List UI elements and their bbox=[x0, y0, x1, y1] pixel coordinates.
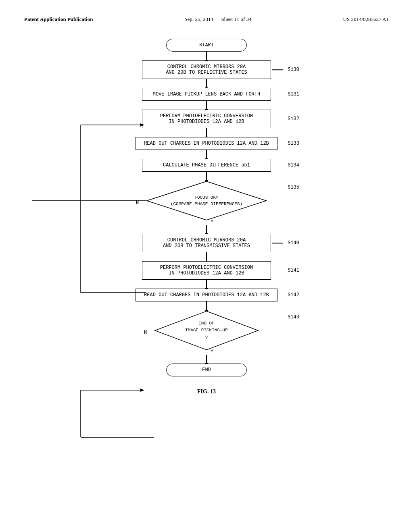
end-node-container: END bbox=[24, 364, 389, 376]
arrow-s131-s132 bbox=[206, 101, 207, 110]
start-node-container: START bbox=[24, 39, 389, 52]
s143-diamond: END OFIMAGE PICKING-UP? bbox=[154, 310, 259, 351]
s133-node: READ OUT CHARGES IN PHOTODIODES 12A AND … bbox=[136, 137, 277, 150]
s142-node: READ OUT CHARGES IN PHOTODIODES 12A AND … bbox=[136, 289, 277, 301]
s135-label: S135 bbox=[288, 185, 299, 190]
s143-n-label: N bbox=[144, 330, 147, 335]
s140-rect-wrap: CONTROL CHROMIC MIRRORS 20AAND 20B TO TR… bbox=[142, 234, 271, 252]
s130-label: S130 bbox=[288, 67, 299, 73]
s133-row: S133 READ OUT CHARGES IN PHOTODIODES 12A… bbox=[24, 137, 389, 150]
header-patent-number: US 2014/0285627 A1 bbox=[343, 16, 389, 23]
s134-label: S134 bbox=[288, 162, 299, 168]
arrow-s132-s133 bbox=[206, 128, 207, 137]
page: Patent Application Publication Sep. 25, … bbox=[0, 0, 413, 532]
arrow-s141-s142 bbox=[206, 280, 207, 289]
arrow-s134-s135 bbox=[206, 172, 207, 181]
s143-text: END OFIMAGE PICKING-UP? bbox=[185, 320, 228, 341]
s134-row: S134 CALCULATE PHASE DIFFERENCE ab1 bbox=[24, 159, 389, 172]
s132-label: S132 bbox=[288, 116, 299, 122]
s134-node: CALCULATE PHASE DIFFERENCE ab1 bbox=[142, 159, 271, 172]
s141-label: S141 bbox=[288, 268, 299, 273]
s132-node: PERFORM PHOTOELECTRIC CONVERSIONIN PHOTO… bbox=[142, 110, 271, 128]
s130-right-tick bbox=[272, 69, 283, 70]
end-node: END bbox=[166, 364, 247, 376]
page-header: Patent Application Publication Sep. 25, … bbox=[24, 16, 389, 23]
s141-row: S141 PERFORM PHOTOELECTRIC CONVERSIONIN … bbox=[24, 261, 389, 280]
header-date-sheet: Sep. 25, 2014 Sheet 11 of 34 bbox=[185, 16, 252, 23]
s135-diamond: FOCUS OK?(COMPARE PHASE DIFFERENCES) bbox=[146, 181, 267, 221]
s130-rect-wrap: CONTROL CHROMIC MIRRORS 20AAND 20B TO RE… bbox=[142, 60, 271, 79]
s141-node: PERFORM PHOTOELECTRIC CONVERSIONIN PHOTO… bbox=[142, 261, 271, 280]
flowchart-diagram: START S130 CONTROL CHROMIC MIRRORS 20AAN… bbox=[24, 39, 389, 395]
s132-row: S132 PERFORM PHOTOELECTRIC CONVERSIONIN … bbox=[24, 110, 389, 128]
arrow-s133-s134 bbox=[206, 150, 207, 159]
s135-text: FOCUS OK?(COMPARE PHASE DIFFERENCES) bbox=[171, 194, 242, 208]
s140-node: CONTROL CHROMIC MIRRORS 20AAND 20B TO TR… bbox=[142, 234, 271, 252]
s135-row: S135 N Y FOCUS OK?(COMPARE PHASE DIFFERE… bbox=[24, 181, 389, 225]
s130-node: CONTROL CHROMIC MIRRORS 20AAND 20B TO RE… bbox=[142, 60, 271, 79]
s140-right-tick bbox=[272, 243, 283, 243]
s131-row: S131 MOVE IMAGE PICKUP LENS BACK AND FOR… bbox=[24, 88, 389, 101]
arrow-s135-s140 bbox=[206, 225, 207, 234]
s135-n-label: N bbox=[136, 200, 139, 206]
arrow-start-s130 bbox=[206, 52, 207, 60]
start-node: START bbox=[166, 39, 247, 52]
arrow-s140-s141 bbox=[206, 252, 207, 261]
s142-label: S142 bbox=[288, 292, 299, 298]
figure-caption: FIG. 13 bbox=[197, 389, 216, 395]
s133-label: S133 bbox=[288, 141, 299, 146]
header-sheet: Sheet 11 of 34 bbox=[221, 16, 252, 22]
header-date: Sep. 25, 2014 bbox=[185, 16, 214, 22]
arrow-s130-s131 bbox=[206, 79, 207, 88]
arrow-s143-end bbox=[206, 355, 207, 364]
s143-row: S143 N Y END OFIMAGE PICKING-UP? bbox=[24, 310, 389, 355]
arrow-s142-s143 bbox=[206, 301, 207, 310]
s131-label: S131 bbox=[288, 91, 299, 97]
s143-label: S143 bbox=[288, 314, 299, 320]
header-publication-label: Patent Application Publication bbox=[24, 16, 93, 23]
s130-row: S130 CONTROL CHROMIC MIRRORS 20AAND 20B … bbox=[24, 60, 389, 79]
s142-row: S142 READ OUT CHARGES IN PHOTODIODES 12A… bbox=[24, 289, 389, 301]
s140-label: S140 bbox=[288, 240, 299, 246]
s140-row: S140 CONTROL CHROMIC MIRRORS 20AAND 20B … bbox=[24, 234, 389, 252]
s131-node: MOVE IMAGE PICKUP LENS BACK AND FORTH bbox=[142, 88, 271, 101]
